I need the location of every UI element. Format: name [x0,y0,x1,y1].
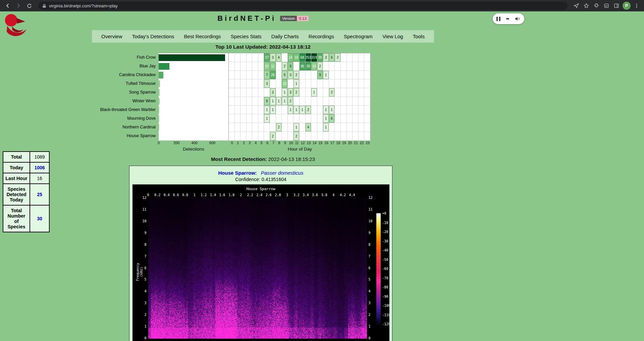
detections-bar-cell [159,132,229,140]
heatmap-cell [347,71,353,79]
heatmap-cell: 3 [288,88,294,97]
forward-button[interactable] [14,1,23,10]
heatmap-cell: 6 [329,53,335,62]
address-bar[interactable]: virginia.birdnetpi.com/?stream=play [38,2,568,10]
nav-item-tools[interactable]: Tools [413,34,425,39]
page-title: BirdNET-Pi [217,14,276,23]
spectrogram-y-tick: 5 [132,278,147,281]
heatmap-cell [353,62,359,71]
hour-tick: 11 [294,141,300,145]
heatmap-cell [270,123,276,132]
species-label: Carolina Chickadee [93,70,158,79]
species-label: Black-throated Green Warbler [93,105,158,114]
heatmap-cell [258,132,264,140]
spectrogram-x-tick: 2.4 [256,193,262,197]
extension-item-button[interactable] [602,2,610,10]
heatmap-cell [317,79,323,88]
heatmap-cell: 9 [288,62,294,71]
browser-toolbar: virginia.birdnetpi.com/?stream=play P [0,0,644,11]
heatmap-cell: 3 [288,71,294,79]
heatmap-cell [353,79,359,88]
side-panel-button[interactable] [612,2,621,10]
nav-item-best-recordings[interactable]: Best Recordings [184,34,221,39]
forward-icon [16,3,21,8]
stat-value[interactable]: 25 [30,184,49,205]
nav-item-daily-charts[interactable]: Daily Charts [271,34,299,39]
heatmap-cell: 6 [264,97,270,106]
extensions-button[interactable] [592,2,600,10]
heatmap-cell [235,132,241,140]
volume-slider-handle[interactable] [506,18,509,19]
reload-button[interactable] [25,1,34,10]
spectrogram-x-tick: 4.2 [340,193,346,197]
heatmap-cell [311,71,317,79]
nav-item-view-log[interactable]: View Log [382,34,403,39]
stat-value[interactable]: 1006 [30,162,49,173]
speaker-icon[interactable] [515,16,521,22]
nav-item-overview[interactable]: Overview [101,34,122,39]
heatmap-cell: 1 [270,97,276,106]
heatmap-cell [341,53,347,62]
heatmap-cell [282,106,288,114]
heatmap-cell [288,79,294,88]
detections-bar-cell [159,79,229,88]
heatmap-cell [364,62,370,71]
heatmap-cell: 1 [264,106,270,114]
heatmap-cell: 3 [270,88,276,97]
species-common-link[interactable]: House Sparrow: [218,170,257,176]
spectrogram-y-tick: 3 [132,301,147,305]
spectrogram-y-tick: 8 [132,243,147,246]
heatmap-cell [306,114,312,123]
spectrogram-x-tick: 4.4 [349,193,355,197]
heatmap-cell [252,97,258,106]
stats-row: Today1006 [3,162,49,173]
heatmap-cell: 1 [300,106,306,114]
confidence-line: Confidence: 0.41351604 [129,177,392,182]
nav-item-species-stats[interactable]: Species Stats [231,34,262,39]
stat-value[interactable]: 30 [30,205,49,232]
profile-avatar[interactable]: P [623,2,631,10]
heatmap-cell: 1 [270,106,276,114]
heatmap-cell [252,71,258,79]
heatmap-cell [323,97,329,106]
lock-icon [42,4,46,8]
send-button[interactable] [572,2,580,10]
back-button[interactable] [3,1,12,10]
heatmap-cell [235,71,241,79]
detections-bar-cell [159,71,229,79]
heatmap-cell [282,53,288,62]
heatmap-cell [240,62,247,71]
nav-item-today-s-detections[interactable]: Today's Detections [132,34,174,39]
heatmap-cell [335,123,341,132]
heatmap-cell [276,132,282,140]
colorbar-tick: -50 [382,258,388,262]
colorbar-tick: +0 [382,212,386,215]
star-icon [584,3,589,8]
heatmap-cell [347,79,353,88]
nav-item-recordings[interactable]: Recordings [309,34,334,39]
species-label: Blue Jay [93,62,158,70]
heatmap-cell [347,97,353,106]
species-latin-link[interactable]: Passer domesticus [261,170,304,176]
heatmap-cell [311,79,317,88]
heatmap-cell: 10 [264,62,270,71]
detections-bar-cell [159,53,229,62]
heatmap-cell [364,123,370,132]
stats-table: Total1089Today1006Last Hour16Species Det… [3,151,50,232]
bookmark-button[interactable] [582,2,590,10]
heatmap-cell [240,132,247,140]
spectrogram-y-tick-right: 2 [369,313,371,317]
stat-label: Total Number of Species [3,205,30,232]
heatmap-cell: 1 [329,106,335,114]
detections-bar-cell [159,106,229,114]
heatmap-cell [276,114,282,123]
stat-label: Species Detected Today [3,184,30,205]
heatmap-cell [353,88,359,97]
chart-row: 1011293639102 [159,62,370,71]
nav-item-spectrogram[interactable]: Spectrogram [344,34,373,39]
pause-button[interactable] [496,17,500,21]
heatmap-cell [329,62,335,71]
heatmap-cell: 1 [311,88,317,97]
heatmap-cell [229,106,235,114]
menu-button[interactable] [633,2,641,10]
